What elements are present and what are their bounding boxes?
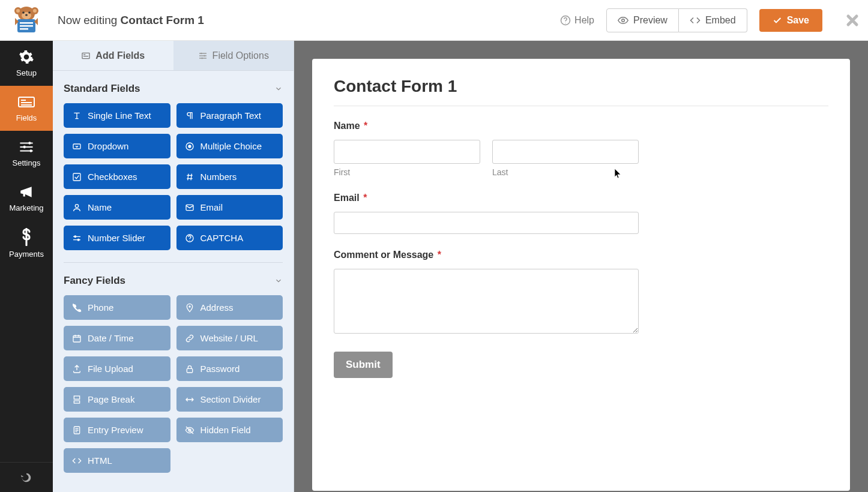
- input-comment[interactable]: [334, 269, 639, 334]
- field-page-break[interactable]: Page Break: [64, 387, 170, 412]
- dollar-icon: [20, 228, 32, 246]
- tab-add-fields[interactable]: Add Fields: [53, 41, 173, 70]
- gear-icon: [19, 49, 34, 65]
- field-single-line-text[interactable]: Single Line Text: [64, 103, 170, 128]
- preview-button[interactable]: Preview: [606, 8, 679, 32]
- svg-rect-29: [73, 144, 80, 149]
- svg-rect-18: [21, 102, 32, 103]
- svg-point-35: [74, 235, 76, 238]
- help-link[interactable]: Help: [560, 15, 594, 26]
- text-icon: [72, 111, 82, 121]
- slider-icon: [72, 233, 82, 243]
- field-paragraph-text[interactable]: Paragraph Text: [176, 103, 283, 128]
- svg-point-31: [188, 145, 191, 148]
- field-email[interactable]: Email *: [334, 193, 639, 234]
- field-hidden-field[interactable]: Hidden Field: [176, 418, 283, 442]
- svg-point-4: [33, 9, 37, 13]
- divider-icon: [185, 395, 194, 404]
- nav-fields[interactable]: Fields: [0, 86, 53, 131]
- field-entry-preview[interactable]: Entry Preview: [64, 418, 170, 442]
- chevron-down-icon: [274, 85, 283, 93]
- grid-icon: [81, 51, 91, 61]
- link-icon: [185, 334, 194, 343]
- svg-rect-19: [21, 104, 32, 106]
- phone-icon: [72, 303, 82, 313]
- lock-icon: [185, 364, 194, 374]
- save-button[interactable]: Save: [759, 9, 822, 32]
- input-last-name[interactable]: [492, 140, 639, 164]
- nav-label: Marketing: [9, 203, 43, 212]
- embed-button[interactable]: Embed: [679, 8, 747, 32]
- svg-point-33: [75, 204, 78, 207]
- svg-rect-10: [20, 22, 33, 24]
- svg-point-8: [25, 14, 28, 16]
- field-captcha[interactable]: CAPTCHA: [176, 226, 283, 250]
- svg-point-15: [622, 19, 625, 22]
- field-comment[interactable]: Comment or Message *: [334, 250, 639, 336]
- submit-button[interactable]: Submit: [334, 352, 393, 378]
- form-preview[interactable]: Contact Form 1 Name * First Last: [312, 59, 850, 491]
- field-numbers[interactable]: Numbers: [176, 164, 283, 189]
- svg-point-20: [28, 142, 31, 144]
- svg-point-7: [28, 11, 31, 14]
- nav-payments[interactable]: Payments: [0, 221, 53, 266]
- field-section-divider[interactable]: Section Divider: [176, 387, 283, 412]
- nav-setup[interactable]: Setup: [0, 41, 53, 86]
- nav-marketing[interactable]: Marketing: [0, 176, 53, 221]
- svg-rect-40: [73, 335, 80, 342]
- svg-point-21: [23, 146, 26, 148]
- field-website[interactable]: Website / URL: [176, 326, 283, 350]
- svg-rect-41: [187, 368, 192, 373]
- svg-rect-17: [21, 100, 26, 101]
- section-fancy-fields[interactable]: Fancy Fields: [64, 262, 283, 295]
- topbar: Now editing Contact Form 1 Help Preview …: [0, 0, 868, 41]
- nav-label: Setup: [16, 68, 37, 77]
- dropdown-icon: [72, 142, 82, 151]
- field-html[interactable]: HTML: [64, 448, 170, 473]
- close-button[interactable]: [845, 13, 860, 28]
- field-multiple-choice[interactable]: Multiple Choice: [176, 134, 283, 158]
- svg-rect-12: [20, 28, 28, 30]
- svg-rect-43: [74, 401, 79, 403]
- field-email[interactable]: Email: [176, 195, 283, 220]
- field-dropdown[interactable]: Dropdown: [64, 134, 170, 158]
- revisions-button[interactable]: [0, 462, 53, 492]
- pagebreak-icon: [72, 395, 82, 404]
- field-password[interactable]: Password: [176, 356, 283, 381]
- history-icon: [20, 471, 33, 484]
- svg-point-14: [565, 22, 566, 23]
- radio-icon: [185, 142, 194, 151]
- field-phone[interactable]: Phone: [64, 295, 170, 320]
- sliders-icon: [19, 139, 34, 155]
- input-email[interactable]: [334, 212, 639, 234]
- field-name[interactable]: Name: [64, 195, 170, 220]
- section-standard-fields[interactable]: Standard Fields: [64, 71, 283, 103]
- svg-rect-24: [83, 54, 85, 55]
- field-date-time[interactable]: Date / Time: [64, 326, 170, 350]
- label-email: Email *: [334, 193, 639, 203]
- field-checkboxes[interactable]: Checkboxes: [64, 164, 170, 189]
- tab-field-options[interactable]: Field Options: [173, 41, 294, 70]
- svg-point-28: [201, 57, 203, 59]
- help-icon: [560, 15, 571, 26]
- fields-panel: Add Fields Field Options Standard Fields…: [53, 41, 294, 492]
- field-number-slider[interactable]: Number Slider: [64, 226, 170, 250]
- sidebar: Setup Fields Settings Marketing Payments: [0, 41, 53, 492]
- user-icon: [72, 203, 82, 212]
- nav-settings[interactable]: Settings: [0, 131, 53, 176]
- form-canvas: Contact Form 1 Name * First Last: [294, 41, 868, 492]
- label-comment: Comment or Message *: [334, 250, 639, 260]
- input-first-name[interactable]: [334, 140, 480, 164]
- editing-title: Now editing Contact Form 1: [58, 14, 204, 27]
- svg-rect-25: [83, 56, 88, 56]
- field-name[interactable]: Name * First Last: [334, 121, 639, 177]
- svg-point-3: [16, 9, 20, 13]
- svg-point-38: [189, 239, 190, 240]
- field-address[interactable]: Address: [176, 295, 283, 320]
- svg-point-6: [22, 11, 25, 14]
- shield-icon: [185, 233, 194, 243]
- check-icon: [773, 16, 782, 25]
- checkbox-icon: [72, 172, 82, 182]
- field-file-upload[interactable]: File Upload: [64, 356, 170, 381]
- sublabel-last: Last: [492, 167, 639, 177]
